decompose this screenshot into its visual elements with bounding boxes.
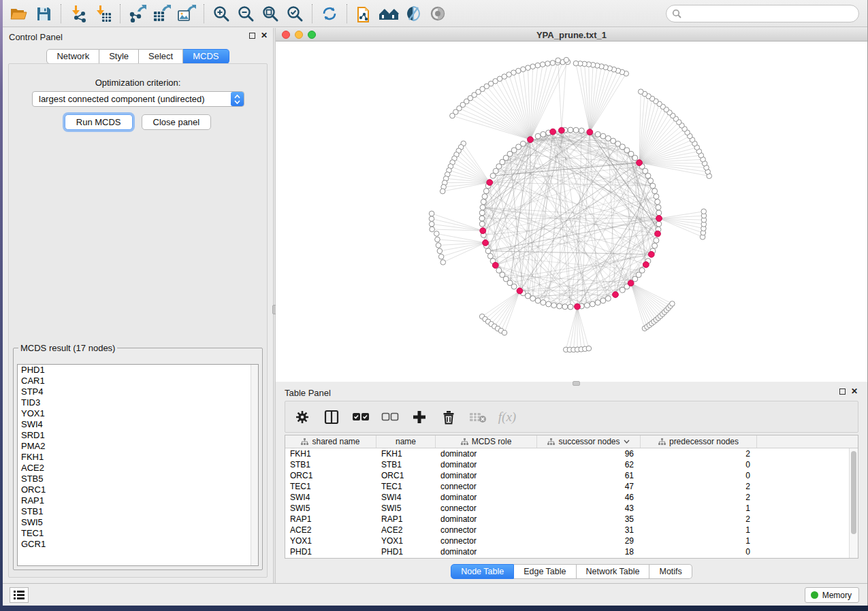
graph-dominator-node[interactable] [613, 292, 619, 298]
table-cell[interactable]: ACE2 [285, 525, 376, 535]
mcds-result-item[interactable]: YOX1 [18, 408, 258, 419]
tab-motifs[interactable]: Motifs [649, 564, 692, 579]
table-cell[interactable]: 46 [537, 492, 641, 503]
graph-dominator-node[interactable] [558, 127, 564, 133]
graph-leaf-node[interactable] [701, 209, 707, 214]
graph-edge[interactable] [443, 243, 485, 263]
graph-leaf-node[interactable] [545, 61, 551, 67]
graph-node[interactable] [655, 199, 660, 205]
zoom-selected-icon[interactable] [283, 3, 307, 24]
export-table-icon[interactable] [150, 3, 174, 24]
hide-visualization-icon[interactable] [401, 3, 425, 24]
graph-edge[interactable] [519, 290, 622, 291]
split-panel-icon[interactable] [323, 408, 340, 426]
graph-leaf-node[interactable] [502, 330, 507, 335]
graph-dominator-node[interactable] [575, 303, 581, 310]
table-cell[interactable]: SWI4 [285, 492, 376, 503]
table-cell[interactable]: YOX1 [285, 535, 376, 546]
graph-edge[interactable] [461, 147, 489, 182]
graph-edge[interactable] [558, 61, 562, 131]
table-row[interactable]: YOX1YOX1connector291 [285, 535, 849, 546]
search-input[interactable] [685, 9, 853, 19]
optimization-criterion-select[interactable]: largest connected component (undirected) [32, 91, 244, 107]
table-row[interactable]: ACE2ACE2connector311 [285, 525, 849, 535]
graph-node[interactable] [551, 303, 557, 308]
table-cell[interactable]: dominator [436, 492, 537, 503]
table-cell[interactable]: 96 [537, 448, 641, 459]
graph-edge[interactable] [488, 291, 519, 321]
graph-edge[interactable] [577, 307, 585, 349]
graph-node[interactable] [480, 205, 485, 210]
result-list-scrollbar[interactable] [251, 365, 258, 565]
mcds-result-item[interactable]: ORC1 [18, 484, 258, 495]
graph-edge[interactable] [590, 71, 617, 132]
table-cell[interactable]: 0 [641, 546, 757, 557]
zoom-in-icon[interactable] [209, 3, 234, 24]
graph-node[interactable] [579, 128, 584, 133]
graph-edge[interactable] [482, 167, 642, 218]
graph-edge[interactable] [553, 132, 627, 287]
graph-leaf-node[interactable] [437, 248, 443, 254]
network-canvas[interactable] [276, 42, 867, 382]
graph-dominator-node[interactable] [648, 251, 654, 257]
mcds-result-item[interactable]: RAP1 [18, 495, 258, 506]
table-row[interactable]: SWI4SWI4dominator462 [285, 492, 849, 503]
graph-edge[interactable] [560, 213, 659, 306]
table-cell[interactable]: FKH1 [376, 448, 436, 459]
table-cell[interactable]: connector [436, 525, 537, 535]
table-cell[interactable]: FKH1 [285, 448, 376, 459]
graph-dominator-node[interactable] [483, 240, 489, 246]
graph-dominator-node[interactable] [656, 216, 662, 222]
graph-dominator-node[interactable] [655, 231, 661, 237]
graph-node[interactable] [605, 135, 611, 141]
graph-edge[interactable] [444, 182, 490, 187]
graph-edge[interactable] [530, 63, 547, 139]
graph-edge[interactable] [437, 240, 485, 243]
graph-node[interactable] [650, 183, 656, 188]
graph-dominator-node[interactable] [637, 160, 643, 166]
tab-edge-table[interactable]: Edge Table [514, 564, 576, 579]
mcds-result-item[interactable]: SWI4 [18, 419, 258, 430]
table-cell[interactable]: 35 [537, 514, 641, 525]
graph-node[interactable] [568, 127, 573, 133]
graph-node[interactable] [541, 300, 546, 306]
graph-node[interactable] [485, 248, 491, 254]
table-cell[interactable]: 43 [537, 503, 641, 514]
graph-leaf-node[interactable] [440, 188, 445, 194]
show-panels-button[interactable] [10, 587, 29, 603]
export-network-icon[interactable] [125, 3, 150, 24]
graph-edge[interactable] [483, 89, 530, 139]
graph-node[interactable] [600, 298, 606, 303]
graph-dominator-node[interactable] [487, 180, 493, 186]
graph-edge[interactable] [639, 122, 679, 163]
graph-edge[interactable] [639, 155, 701, 163]
export-image-icon[interactable] [174, 3, 199, 24]
table-row[interactable]: PHD1PHD1dominator180 [285, 546, 849, 557]
graph-leaf-node[interactable] [440, 260, 446, 265]
table-cell[interactable]: TEC1 [376, 481, 436, 492]
network-window-titlebar[interactable]: YPA_prune.txt_1 [276, 28, 867, 42]
table-cell[interactable]: SWI5 [285, 503, 376, 514]
show-visualization-icon[interactable] [425, 3, 450, 24]
export-document-icon[interactable] [352, 3, 376, 24]
save-session-icon[interactable] [31, 3, 56, 24]
graph-node[interactable] [557, 303, 562, 309]
graph-leaf-node[interactable] [556, 58, 561, 63]
graph-edge[interactable] [639, 119, 676, 163]
graph-edge[interactable] [590, 132, 658, 208]
tab-style[interactable]: Style [99, 49, 139, 64]
column-header-successor-nodes[interactable]: successor nodes [537, 435, 641, 448]
function-builder-icon[interactable]: f(x) [498, 408, 516, 426]
graph-node[interactable] [562, 304, 568, 310]
graph-edge[interactable] [451, 166, 489, 182]
memory-button[interactable]: Memory [805, 587, 859, 603]
graph-edge[interactable] [562, 60, 566, 131]
table-cell[interactable]: 31 [537, 525, 641, 535]
graph-node[interactable] [595, 300, 600, 306]
graph-edge[interactable] [590, 67, 605, 132]
graph-node[interactable] [656, 205, 661, 210]
mcds-result-item[interactable]: TID3 [18, 397, 258, 408]
mcds-result-item[interactable]: STB5 [18, 474, 258, 484]
graph-leaf-node[interactable] [429, 216, 434, 222]
delete-column-icon[interactable] [440, 408, 457, 426]
